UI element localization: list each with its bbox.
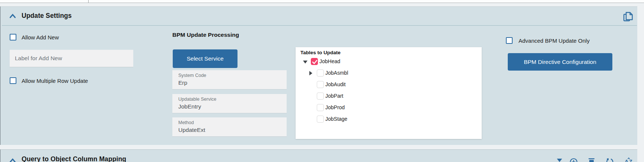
delete-icon[interactable] <box>588 158 595 162</box>
jobhead-checkbox-checked[interactable] <box>311 58 318 65</box>
select-service-button[interactable]: Select Service <box>173 49 237 68</box>
bpm-directive-configuration-button[interactable]: BPM Directive Configuration <box>508 53 612 71</box>
allow-add-new-checkbox[interactable] <box>10 34 16 40</box>
collapse-arrow-icon[interactable] <box>303 61 307 64</box>
tree-item-label: JobPart <box>325 93 343 99</box>
section-title: Update Settings <box>22 12 72 20</box>
jobaudit-checkbox[interactable] <box>317 81 324 88</box>
copy-icon[interactable] <box>622 12 634 23</box>
allow-multiple-row-update-checkbox[interactable] <box>10 77 16 84</box>
method-value: UpdateExt <box>178 126 287 134</box>
top-strip <box>0 0 644 3</box>
system-code-label: System Code <box>178 73 287 78</box>
section-title: Query to Object Column Mapping <box>22 155 126 162</box>
tree-item-label: JobAsmbl <box>325 70 348 76</box>
filter-icon[interactable] <box>557 158 562 162</box>
expand-arrow-icon[interactable] <box>309 71 312 75</box>
method-field[interactable]: Method UpdateExt <box>172 117 287 136</box>
tree-item-jobhead[interactable]: JobHead <box>296 57 482 68</box>
jobasmbl-checkbox[interactable] <box>317 69 324 77</box>
allow-multiple-row-update-label: Allow Multiple Row Update <box>22 78 88 84</box>
svg-text:Z: Z <box>629 159 632 162</box>
top-strip-divider <box>88 0 89 3</box>
tree-item-jobpart[interactable]: JobPart <box>296 91 482 103</box>
tables-to-update-panel: Tables to Update JobHead JobAsmbl JobAud… <box>296 47 482 139</box>
tree-item-label: JobProd <box>325 104 345 110</box>
allow-add-new-label: Allow Add New <box>22 34 59 40</box>
advanced-bpm-update-only-checkbox[interactable] <box>506 37 513 44</box>
advanced-bpm-update-only-label: Advanced BPM Update Only <box>519 38 590 44</box>
add-icon[interactable] <box>570 158 578 162</box>
tree-item-label: JobStage <box>325 116 347 122</box>
label-for-add-new-input[interactable] <box>10 50 133 67</box>
jobprod-checkbox[interactable] <box>317 104 324 111</box>
collapse-chevron-up-icon[interactable] <box>9 13 16 19</box>
tree-item-jobprod[interactable]: JobProd <box>296 103 482 114</box>
tree-item-label: JobAudit <box>325 81 345 87</box>
header-divider <box>2 25 637 26</box>
query-mapping-panel: Query to Object Column Mapping A Z <box>0 149 637 162</box>
sort-az-icon[interactable]: A Z <box>625 158 634 162</box>
tree-item-jobstage[interactable]: JobStage <box>296 114 482 126</box>
updatable-service-value: JobEntry <box>178 103 287 110</box>
svg-text:A: A <box>625 159 628 162</box>
jobpart-checkbox[interactable] <box>317 93 324 100</box>
system-code-value: Erp <box>178 79 287 87</box>
collapse-chevron-up-icon[interactable] <box>9 158 16 162</box>
updatable-service-field[interactable]: Updatable Service JobEntry <box>172 94 287 113</box>
refresh-icon[interactable] <box>606 158 614 162</box>
tree-item-label: JobHead <box>319 58 340 64</box>
tables-to-update-heading: Tables to Update <box>300 50 341 55</box>
updatable-service-label: Updatable Service <box>178 97 287 102</box>
tree-item-jobasmbl[interactable]: JobAsmbl <box>296 68 482 80</box>
update-settings-panel: Update Settings Allow Add New Allow Mult… <box>0 6 637 145</box>
bpm-update-processing-heading: BPM Update Processing <box>172 32 239 38</box>
system-code-field[interactable]: System Code Erp <box>172 70 287 89</box>
method-label: Method <box>178 120 287 126</box>
jobstage-checkbox[interactable] <box>317 116 324 123</box>
tree-item-jobaudit[interactable]: JobAudit <box>296 80 482 91</box>
